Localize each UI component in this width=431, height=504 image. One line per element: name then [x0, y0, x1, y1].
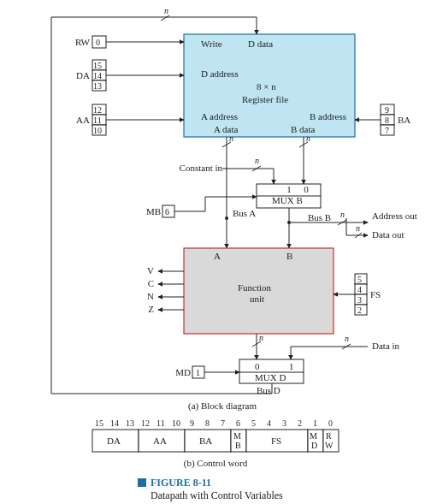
svg-text:12: 12: [141, 418, 150, 428]
svg-text:1: 1: [313, 418, 317, 428]
v-label: V: [147, 265, 154, 276]
svg-rect-83: [139, 479, 145, 486]
n-datain: n: [345, 334, 349, 343]
aa11: 11: [93, 116, 102, 125]
svg-text:11: 11: [156, 418, 165, 428]
n-label: N: [147, 291, 154, 301]
fu-label1: Function: [238, 282, 272, 293]
muxd-label: MUX D: [255, 372, 286, 382]
aa10: 10: [93, 126, 102, 135]
control-word: 15 14 13 12 11 10 9 8 7 6 5 4 3 2 1 0 DA…: [92, 418, 339, 452]
constant-label: Constant in: [180, 163, 223, 173]
fs4: 4: [357, 285, 362, 294]
n-busd: n: [164, 6, 168, 15]
cw-da: DA: [107, 436, 121, 446]
b-addr-label: B address: [310, 111, 346, 122]
svg-text:10: 10: [172, 418, 180, 428]
regfile-name: Register file: [242, 94, 288, 104]
muxb-1: 1: [286, 184, 292, 194]
fu-label2: unit: [250, 294, 264, 304]
svg-text:9: 9: [190, 418, 194, 428]
ba-label: BA: [398, 115, 410, 125]
md-pin: 1: [196, 368, 200, 377]
b-data-label: B data: [291, 124, 316, 134]
aa-label: AA: [76, 115, 90, 125]
z-label: Z: [148, 304, 154, 314]
fs2: 2: [357, 305, 362, 315]
address-out: Address out: [372, 210, 417, 221]
cw-ba: BA: [199, 436, 212, 446]
svg-text:8: 8: [205, 418, 210, 428]
c-label: C: [148, 278, 154, 288]
muxd-0: 0: [255, 361, 260, 371]
caption-a: (a) Block diagram: [188, 400, 257, 412]
data-in: Data in: [372, 341, 400, 351]
da13: 13: [93, 81, 102, 91]
svg-text:4: 4: [267, 418, 271, 428]
fs5: 5: [357, 275, 362, 284]
svg-text:14: 14: [110, 418, 119, 428]
cw-md1: M: [310, 431, 317, 441]
aa12: 12: [93, 105, 102, 115]
busB-label: Bus B: [308, 212, 331, 222]
svg-text:7: 7: [221, 418, 225, 428]
svg-text:13: 13: [126, 418, 134, 428]
d-addr-label: D address: [201, 68, 239, 79]
n-bdata: n: [306, 133, 310, 143]
da-label: DA: [76, 70, 90, 80]
n-dataout: n: [356, 223, 360, 233]
caption-b: (b) Control word: [184, 458, 248, 469]
regfile-size: 8 × n: [257, 81, 276, 92]
svg-text:5: 5: [251, 418, 256, 428]
mb-pin: 6: [165, 207, 169, 216]
da14: 14: [93, 71, 102, 80]
muxd-1: 1: [289, 361, 294, 371]
fs-label: FS: [370, 289, 381, 299]
ba8: 8: [385, 116, 389, 125]
ba9: 9: [385, 105, 389, 115]
cw-md2: D: [311, 441, 317, 450]
write-label: Write: [201, 39, 222, 49]
n-busb: n: [340, 210, 345, 219]
fs3: 3: [357, 295, 362, 305]
muxb-label: MUX B: [272, 195, 303, 205]
d-data-label: D data: [248, 39, 273, 49]
da15: 15: [93, 61, 102, 70]
cw-fs: FS: [271, 436, 281, 446]
busA-label: Bus A: [233, 208, 256, 218]
svg-text:6: 6: [236, 418, 240, 428]
ba7: 7: [385, 126, 389, 135]
datapath-diagram: Write D data D address 8 × n Register fi…: [0, 0, 431, 504]
fu-A: A: [214, 251, 221, 261]
n-fuout: n: [259, 333, 263, 342]
cw-rw1: R: [326, 431, 332, 441]
cw-aa: AA: [153, 436, 167, 446]
a-addr-label: A address: [201, 111, 238, 122]
svg-text:0: 0: [328, 418, 333, 428]
n-const: n: [255, 156, 259, 165]
svg-line-59: [161, 15, 169, 21]
rw-label: RW: [75, 37, 91, 47]
svg-text:3: 3: [282, 418, 286, 428]
fu-B: B: [286, 251, 292, 261]
cw-mb2: B: [235, 441, 241, 450]
data-out: Data out: [372, 229, 404, 240]
svg-text:2: 2: [298, 418, 302, 428]
muxb-0: 0: [304, 184, 309, 194]
rw-pin: 0: [96, 38, 100, 47]
a-data-label: A data: [214, 124, 239, 134]
svg-text:15: 15: [95, 418, 103, 428]
md-label: MD: [175, 367, 191, 377]
mb-label: MB: [146, 206, 161, 216]
n-adata: n: [229, 133, 233, 143]
cw-mb1: M: [233, 431, 241, 441]
figure-number: FIGURE 8-11: [151, 477, 211, 489]
figure-sub: Datapath with Control Variables: [151, 489, 283, 501]
cw-rw2: W: [325, 441, 334, 450]
